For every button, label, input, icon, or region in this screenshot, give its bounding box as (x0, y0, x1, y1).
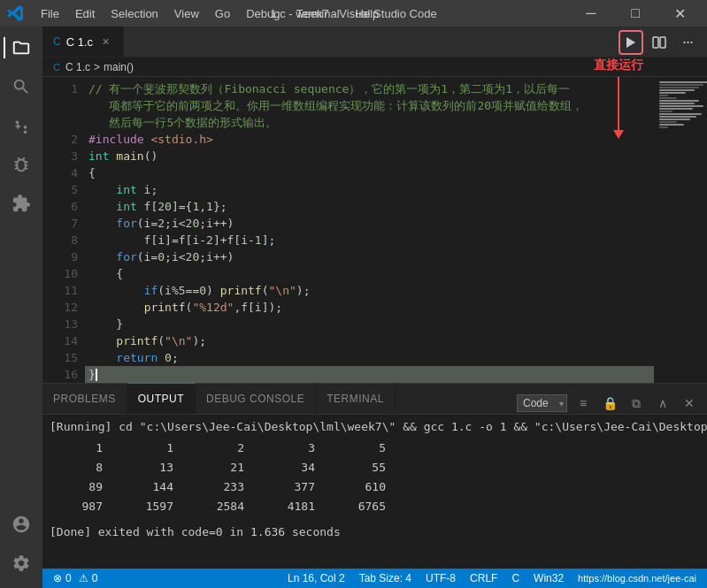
explorer-activity-icon[interactable] (4, 30, 39, 65)
extensions-activity-icon[interactable] (4, 186, 39, 221)
menu-edit[interactable]: Edit (68, 5, 102, 22)
search-activity-icon[interactable] (4, 69, 39, 104)
panel-tab-debug-console[interactable]: DEBUG CONSOLE (196, 383, 316, 414)
menu-view[interactable]: View (167, 5, 206, 22)
tab-label: C 1.c (66, 35, 93, 49)
panel-content[interactable]: [Running] cd "c:\Users\Jee-Cai\Desktop\l… (42, 415, 707, 569)
output-cell: 5 (333, 439, 403, 458)
status-platform[interactable]: Win32 (530, 572, 567, 584)
output-cell: 1 (120, 439, 191, 458)
activity-bar (0, 27, 42, 588)
line-numbers: 1 2 3 4 5 6 7 8 9 10 11 12 13 14 15 16 (42, 77, 85, 383)
output-row-4: 987 1597 2584 4181 6765 (50, 497, 700, 516)
output-results: 1 1 2 3 5 8 13 21 34 55 89 (50, 439, 700, 516)
panel: PROBLEMS OUTPUT DEBUG CONSOLE TERMINAL C… (42, 383, 707, 569)
maximize-button[interactable]: □ (615, 0, 656, 27)
output-cell: 233 (191, 477, 262, 497)
svg-rect-0 (653, 37, 658, 48)
run-button[interactable] (619, 30, 643, 55)
collapse-up-button[interactable]: ∧ (652, 393, 673, 414)
svg-rect-1 (660, 37, 665, 48)
tab-1c[interactable]: C C 1.c ✕ (42, 27, 124, 57)
editor-toolbar: ··· (619, 27, 707, 57)
output-cell: 2584 (191, 497, 262, 516)
menu-selection[interactable]: Selection (104, 5, 165, 22)
tab-file-icon: C (53, 35, 61, 48)
status-position[interactable]: Ln 16, Col 2 (284, 572, 349, 584)
status-line-ending[interactable]: CRLF (466, 572, 501, 584)
accounts-activity-icon[interactable] (4, 507, 39, 542)
breadcrumb-func: main() (104, 61, 134, 73)
code-line-15: return 0; (85, 349, 654, 366)
status-right: Ln 16, Col 2 Tab Size: 4 UTF-8 CRLF C Wi… (284, 572, 700, 584)
panel-tabs-bar: PROBLEMS OUTPUT DEBUG CONSOLE TERMINAL C… (42, 384, 707, 415)
output-cell: 3 (262, 439, 333, 458)
code-content[interactable]: // 有一个斐波那契数列（Fibonacci sequence），它的第一项为1… (85, 77, 654, 383)
code-line-3: int main() (85, 148, 654, 164)
panel-terminal-label: TERMINAL (327, 393, 384, 405)
output-cell: 13 (120, 458, 191, 477)
panel-output-label: OUTPUT (138, 393, 184, 405)
status-encoding[interactable]: UTF-8 (422, 572, 459, 584)
menu-go[interactable]: Go (208, 5, 237, 22)
code-line-4: { (85, 164, 654, 181)
output-command-line: [Running] cd "c:\Users\Jee-Cai\Desktop\l… (50, 418, 700, 435)
output-cell: 6765 (333, 497, 403, 516)
code-line-13: } (85, 316, 654, 332)
lock-scroll-button[interactable]: 🔒 (599, 393, 620, 414)
output-cell: 144 (120, 477, 191, 497)
breadcrumb-separator: > (94, 61, 100, 73)
breadcrumb-file: C (53, 62, 60, 73)
run-annotation: 直接运行 (594, 57, 643, 139)
arrow-head (613, 130, 624, 139)
code-line-1: // 有一个斐波那契数列（Fibonacci sequence），它的第一项为1… (85, 80, 654, 97)
more-actions-button[interactable]: ··· (675, 30, 700, 55)
task-select-wrapper[interactable]: Code ▾ (517, 394, 567, 412)
menu-file[interactable]: File (34, 5, 66, 22)
output-cell: 1 (50, 439, 120, 458)
code-line-10: { (85, 265, 654, 282)
minimize-button[interactable]: ─ (571, 0, 611, 27)
tab-close-button[interactable]: ✕ (98, 34, 112, 49)
split-editor-button[interactable] (647, 30, 672, 55)
copy-output-button[interactable]: ⧉ (626, 393, 647, 414)
settings-activity-icon[interactable] (4, 546, 39, 581)
close-button[interactable]: ✕ (659, 0, 700, 27)
panel-tab-output[interactable]: OUTPUT (127, 383, 196, 414)
error-icon: ⊗ (53, 572, 62, 584)
status-tab-size[interactable]: Tab Size: 4 (356, 572, 415, 584)
status-language[interactable]: C (508, 572, 523, 584)
output-cell: 2 (191, 439, 262, 458)
code-line-9: for(i=0;i<20;i++) (85, 248, 654, 265)
titlebar: File Edit Selection View Go Debug Termin… (0, 0, 707, 27)
vscode-logo-icon (7, 5, 23, 21)
code-line-16: } (85, 366, 654, 383)
window-title: 1.c - week7 - Visual Studio Code (270, 7, 436, 20)
code-line-12: printf("%12d",f[i]); (85, 299, 654, 316)
annotation-text: 直接运行 (594, 57, 643, 73)
warning-icon: ⚠ (79, 572, 88, 584)
output-cell: 987 (50, 497, 120, 516)
code-line-1b: 项都等于它的前两项之和。你用一维数组编程实现功能：计算该数列的前20项并赋值给数… (85, 97, 654, 114)
panel-tab-terminal[interactable]: TERMINAL (316, 383, 396, 414)
task-select[interactable]: Code (517, 394, 567, 412)
output-cell: 89 (50, 477, 120, 497)
debug-activity-icon[interactable] (4, 147, 39, 182)
code-line-5: int i; (85, 181, 654, 198)
output-cell: 377 (262, 477, 333, 497)
code-line-8: f[i]=f[i-2]+f[i-1]; (85, 232, 654, 248)
close-panel-button[interactable]: ✕ (679, 393, 700, 414)
panel-problems-label: PROBLEMS (53, 393, 116, 405)
output-cell: 21 (191, 458, 262, 477)
clear-output-button[interactable]: ≡ (573, 393, 594, 414)
output-cell: 1597 (120, 497, 191, 516)
output-row-2: 8 13 21 34 55 (50, 458, 700, 477)
code-line-2: #include <stdio.h> (85, 131, 654, 148)
scm-activity-icon[interactable] (4, 108, 39, 143)
status-url[interactable]: https://blog.csdn.net/jee-cai (574, 573, 700, 584)
output-cell: 4181 (262, 497, 333, 516)
code-line-11: if(i%5==0) printf("\n"); (85, 282, 654, 299)
activity-bottom (4, 507, 39, 581)
panel-tab-problems[interactable]: PROBLEMS (42, 383, 127, 414)
status-errors[interactable]: ⊗ 0 ⚠ 0 (50, 572, 101, 584)
